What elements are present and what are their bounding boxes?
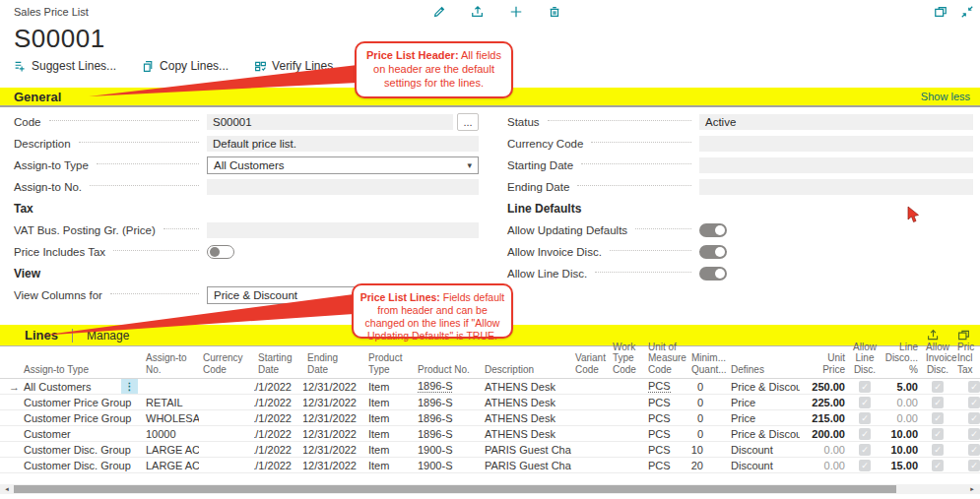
verify-lines-button[interactable]: Verify Lines... [254,59,343,73]
delete-icon[interactable] [547,4,561,19]
checkbox-checked-icon[interactable] [932,381,944,393]
verify-lines-icon [254,60,267,73]
table-row[interactable]: → All Customers⋮ 1/1/2022 12/31/2022 Ite… [0,379,980,395]
status-value[interactable]: Active [699,114,973,130]
checkbox-checked-icon[interactable] [968,460,980,471]
assign-to-type-select[interactable]: All Customers▾ [207,156,479,174]
tax-group-header: Tax [14,198,479,219]
checkbox-checked-icon[interactable] [932,412,944,424]
uom-link[interactable]: PCS [648,380,671,393]
horizontal-scrollbar-thumb[interactable] [14,485,896,493]
share-icon[interactable] [927,329,940,342]
field-price-includes-tax: Price Includes Tax [14,241,479,263]
col-variant-code[interactable]: Variant Code [571,352,609,378]
allow-invoice-disc-toggle[interactable] [699,245,727,259]
checkbox-checked-icon[interactable] [968,397,980,408]
checkbox-checked-icon[interactable] [932,460,944,471]
callout-price-list-header: Price List Header: All fields on header … [355,41,513,98]
table-row[interactable]: → Customer Disc. Group LARGE ACC 1/1/202… [0,458,980,473]
window-controls [933,4,974,19]
checkbox-checked-icon[interactable] [932,397,944,408]
field-assign-to-no: Assign-to No. [14,176,479,198]
open-in-excel-icon[interactable] [957,329,970,342]
line-defaults-group-header: Line Defaults [507,198,973,219]
col-unit-price[interactable]: Unit Price [800,352,849,378]
col-line-discount-pct[interactable]: Line Disco... % [881,342,922,379]
field-allow-invoice-disc: Allow Invoice Disc. [507,241,973,263]
page-title: S00001 [14,24,105,54]
col-description[interactable]: Description [481,364,571,379]
vat-bus-posting-value[interactable] [207,222,479,238]
scroll-left-arrow-icon[interactable]: ◂ [2,484,12,494]
table-row[interactable]: → Customer Price Group RETAIL 1/1/2022 1… [0,395,980,410]
field-starting-date: Starting Date [507,155,973,176]
page-caption: Sales Price List [14,6,89,18]
description-value[interactable]: Default price list. [207,136,479,152]
col-currency-code[interactable]: Currency Code [199,352,254,378]
table-row[interactable]: → Customer 10000 1/1/2022 12/31/2022 Ite… [0,426,980,442]
checkbox-checked-icon[interactable] [859,381,871,393]
general-left-column: Code S00001 ... Description Default pric… [14,111,479,306]
checkbox-checked-icon[interactable] [968,444,980,456]
col-unit-of-measure[interactable]: Unit of Measure Code [644,342,687,379]
copy-lines-button[interactable]: Copy Lines... [142,59,229,73]
checkbox-checked-icon[interactable] [968,412,980,424]
checkbox-checked-icon[interactable] [932,444,944,456]
general-section-title: General [14,90,61,104]
ending-date-value[interactable] [699,179,973,195]
new-icon[interactable] [508,4,523,19]
field-status: Status Active [507,111,973,133]
view-group-header: View [14,263,479,284]
checkbox-checked-icon[interactable] [859,412,871,424]
code-value[interactable]: S00001 [207,114,453,130]
checkbox-checked-icon[interactable] [968,381,980,393]
open-in-new-window-icon[interactable] [933,4,947,19]
col-product-no[interactable]: Product No. [414,364,481,379]
checkbox-checked-icon[interactable] [968,428,980,440]
field-currency-code: Currency Code [507,133,973,155]
currency-code-value[interactable] [699,136,973,152]
col-price-includes-tax[interactable]: Pric Incl Tax [953,342,980,379]
table-row[interactable]: → Customer Disc. Group LARGE ACC 1/1/202… [0,442,980,458]
product-no-link[interactable]: 1896-S [418,380,452,393]
price-list-lines-table: Assign-to Type Assign-to No. Currency Co… [0,346,980,473]
allow-line-disc-toggle[interactable] [699,267,727,281]
col-ending-date[interactable]: Ending Date [303,352,364,378]
col-minimum-quantity[interactable]: Minim... Quant... [687,352,727,378]
field-description: Description Default price list. [14,133,479,155]
row-menu-icon[interactable]: ⋮ [121,379,138,394]
field-vat-bus-posting: VAT Bus. Posting Gr. (Price) [14,219,479,241]
show-less-link[interactable]: Show less [921,91,970,102]
checkbox-checked-icon[interactable] [859,460,871,471]
col-defines[interactable]: Defines [727,364,800,379]
suggest-lines-button[interactable]: Suggest Lines... [14,59,116,73]
checkbox-checked-icon[interactable] [859,397,871,408]
code-assist-button[interactable]: ... [457,113,479,131]
col-assign-to-type[interactable]: Assign-to Type [20,364,142,379]
checkbox-checked-icon[interactable] [932,428,944,440]
table-row[interactable]: → Customer Price Group WHOLESALE 1/1/202… [0,410,980,426]
field-ending-date: Ending Date [507,176,973,198]
price-includes-tax-toggle[interactable] [207,245,234,259]
starting-date-value[interactable] [699,157,973,173]
col-work-type-code[interactable]: Work Type Code [609,342,644,379]
col-allow-line-disc[interactable]: Allow Line Disc. [849,342,881,379]
callout-price-list-lines: Price List Lines: Fields default from he… [352,283,513,339]
selected-row-arrow-icon: → [4,381,20,393]
assign-to-no-value[interactable] [207,179,479,195]
col-product-type[interactable]: Product Type [364,352,414,378]
general-right-column: Status Active Currency Code Starting Dat… [507,111,973,284]
edit-icon[interactable] [431,4,446,19]
col-assign-to-no[interactable]: Assign-to No. [142,352,199,378]
field-allow-line-disc: Allow Line Disc. [507,263,973,284]
checkbox-checked-icon[interactable] [859,428,871,440]
share-icon[interactable] [470,4,485,19]
allow-updating-defaults-toggle[interactable] [699,223,727,237]
col-starting-date[interactable]: Starting Date [254,352,303,378]
col-allow-invoice-disc[interactable]: Allow Invoice Disc. [922,342,953,379]
scroll-right-arrow-icon[interactable]: ▸ [967,484,977,494]
checkbox-checked-icon[interactable] [859,444,871,456]
tab-manage[interactable]: Manage [87,329,129,343]
collapse-icon[interactable] [959,4,974,19]
tab-lines[interactable]: Lines [25,328,58,343]
